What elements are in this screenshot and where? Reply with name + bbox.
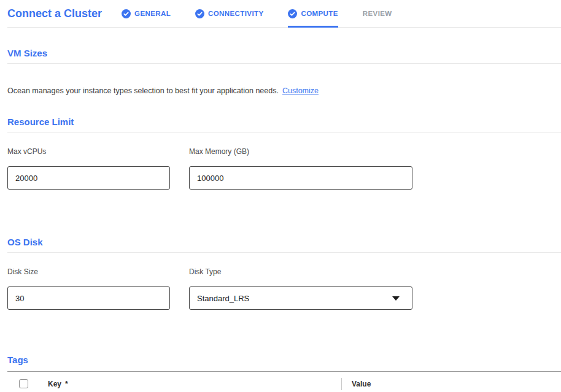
section-divider <box>7 132 561 133</box>
section-divider <box>7 252 561 253</box>
disk-type-selected-value: Standard_LRS <box>197 294 249 303</box>
required-asterisk: * <box>65 380 68 388</box>
tags-section: Tags Key * Value <box>7 354 561 392</box>
max-vcpus-field-group: Max vCPUs <box>7 147 170 190</box>
tab-connectivity[interactable]: CONNECTIVITY <box>195 0 263 27</box>
disk-size-input[interactable] <box>7 286 170 310</box>
disk-size-field-group: Disk Size <box>7 267 170 310</box>
resource-limit-heading: Resource Limit <box>7 116 561 128</box>
tab-general-label: GENERAL <box>134 10 171 17</box>
tags-table-header-row: Key * Value <box>7 372 561 392</box>
tags-column-key: Key <box>48 380 61 388</box>
tab-connectivity-label: CONNECTIVITY <box>208 10 263 17</box>
vm-sizes-description: Ocean manages your instance types select… <box>7 86 561 96</box>
check-circle-icon <box>122 9 131 18</box>
resource-limit-form-row: Max vCPUs Max Memory (GB) <box>7 147 561 190</box>
max-vcpus-label: Max vCPUs <box>7 147 170 156</box>
tab-review-label: REVIEW <box>363 10 392 17</box>
max-memory-input[interactable] <box>189 166 412 190</box>
disk-type-dropdown[interactable]: Standard_LRS <box>189 286 412 310</box>
wizard-tabs: GENERAL CONNECTIVITY COMPUTE REVIEW <box>122 0 417 27</box>
tab-review[interactable]: REVIEW <box>363 0 392 27</box>
os-disk-heading: OS Disk <box>7 236 561 248</box>
column-separator <box>341 378 342 390</box>
page-title: Connect a Cluster <box>7 7 102 20</box>
tags-column-value: Value <box>352 380 371 388</box>
vm-sizes-description-text: Ocean manages your instance types select… <box>7 86 279 95</box>
tab-general[interactable]: GENERAL <box>122 0 171 27</box>
disk-type-label: Disk Type <box>189 267 412 276</box>
connect-cluster-page: Connect a Cluster GENERAL CONNECTIVITY C… <box>0 0 561 392</box>
vm-sizes-section: VM Sizes Ocean manages your instance typ… <box>7 47 561 96</box>
max-memory-label: Max Memory (GB) <box>189 147 412 156</box>
tab-compute[interactable]: COMPUTE <box>288 0 338 27</box>
tab-compute-label: COMPUTE <box>301 10 338 17</box>
resource-limit-section: Resource Limit Max vCPUs Max Memory (GB) <box>7 116 561 190</box>
section-divider <box>7 63 561 64</box>
wizard-header: Connect a Cluster GENERAL CONNECTIVITY C… <box>7 0 561 28</box>
disk-type-field-group: Disk Type Standard_LRS <box>189 267 412 310</box>
tags-heading: Tags <box>7 354 561 366</box>
chevron-down-icon <box>392 296 400 301</box>
check-circle-icon <box>195 9 204 18</box>
select-all-checkbox[interactable] <box>19 379 28 388</box>
disk-size-label: Disk Size <box>7 267 170 276</box>
max-vcpus-input[interactable] <box>7 166 170 190</box>
os-disk-section: OS Disk Disk Size Disk Type Standard_LRS <box>7 236 561 310</box>
os-disk-form-row: Disk Size Disk Type Standard_LRS <box>7 267 561 310</box>
max-memory-field-group: Max Memory (GB) <box>189 147 412 190</box>
check-circle-icon <box>288 9 297 18</box>
customize-link[interactable]: Customize <box>282 86 319 95</box>
vm-sizes-heading: VM Sizes <box>7 47 561 59</box>
